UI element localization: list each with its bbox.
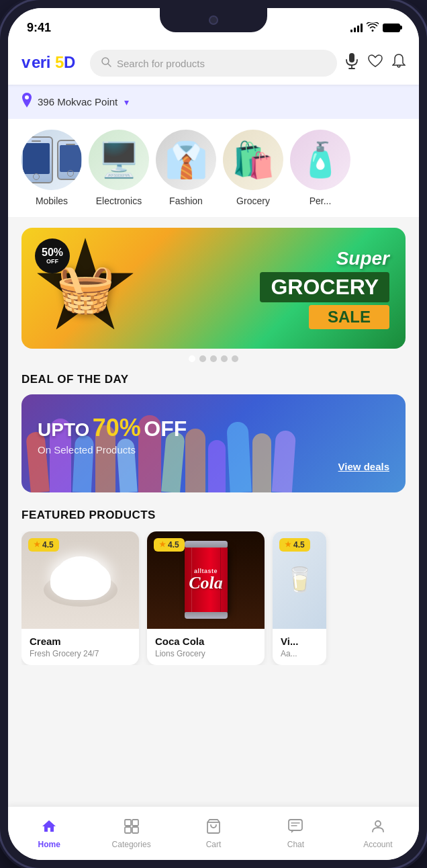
search-icon — [101, 56, 111, 70]
cola-info: Coca Cola Lions Grocery — [147, 629, 265, 665]
signal-bar-2 — [354, 28, 356, 32]
cola-rating: ★ 4.5 — [154, 538, 185, 552]
mic-icon[interactable] — [345, 53, 359, 73]
app-logo[interactable]: v eri 5 D — [21, 50, 82, 76]
banner-section: 🧺 50% OFF Super GROCERY SALE — [8, 217, 419, 373]
account-label: Account — [363, 840, 392, 849]
cream-info: Cream Fresh Grocery 24/7 — [21, 629, 139, 665]
categories-scroll[interactable]: Mobiles 🖥️ Electronics 👔 Fashion — [8, 130, 419, 206]
cart-label: Cart — [206, 840, 222, 849]
svg-text:5: 5 — [55, 53, 64, 71]
bell-icon[interactable] — [392, 54, 406, 73]
location-pin-icon — [21, 93, 32, 111]
product-card-vi[interactable]: 🥛 ★ 4.5 Vi... Aa... — [273, 531, 326, 665]
bottom-spacer — [8, 679, 419, 692]
nav-item-home[interactable]: Home — [8, 813, 90, 855]
category-label-perfume: Per... — [310, 196, 332, 206]
category-label-grocery: Grocery — [236, 196, 270, 206]
vi-store: Aa... — [281, 649, 318, 658]
product-card-cocacola[interactable]: alltaste Cola — [147, 531, 265, 665]
promo-banner[interactable]: 🧺 50% OFF Super GROCERY SALE — [21, 228, 406, 349]
product-card-cream[interactable]: ★ 4.5 Cream Fresh Grocery 24/7 — [21, 531, 139, 665]
svg-line-5 — [108, 64, 111, 67]
location-text: 396 Mokvac Point — [38, 96, 117, 107]
category-circle-perfume: 🧴 — [290, 130, 350, 190]
status-icons — [350, 22, 400, 34]
electronics-icon: 🖥️ — [98, 140, 140, 179]
cream-rating: ★ 4.5 — [28, 538, 59, 552]
featured-title: FEATURED PRODUCTS — [21, 509, 406, 522]
categories-section: Mobiles 🖥️ Electronics 👔 Fashion — [8, 119, 419, 217]
account-icon — [370, 818, 386, 837]
svg-rect-11 — [132, 820, 138, 826]
svg-point-9 — [25, 95, 29, 99]
mobile-graphic-2 — [57, 140, 82, 180]
view-deals-link[interactable]: View deals — [38, 461, 389, 472]
cola-name: Coca Cola — [155, 636, 256, 647]
heart-icon[interactable] — [368, 54, 383, 72]
category-circle-electronics: 🖥️ — [89, 130, 149, 190]
status-time: 9:41 — [27, 21, 51, 35]
category-item-grocery[interactable]: 🛍️ Grocery — [223, 130, 283, 206]
signal-bars — [350, 23, 363, 32]
content-scroll[interactable]: v eri 5 D Search for products — [8, 42, 419, 806]
banner-dot-5[interactable] — [232, 355, 238, 362]
deal-content: UPTO 70% OFF On Selected Products View d… — [38, 415, 389, 472]
star-icon-cola: ★ — [159, 540, 166, 549]
product-image-vi: 🥛 ★ 4.5 — [273, 531, 326, 629]
category-item-mobiles[interactable]: Mobiles — [21, 130, 82, 206]
svg-rect-15 — [289, 820, 302, 830]
category-label-electronics: Electronics — [96, 196, 142, 206]
featured-grid[interactable]: ★ 4.5 Cream Fresh Grocery 24/7 — [21, 531, 406, 665]
categories-icon — [124, 818, 140, 837]
svg-point-18 — [375, 821, 381, 826]
banner-dot-1[interactable] — [189, 355, 195, 362]
banner-dots — [21, 355, 406, 362]
search-bar[interactable]: Search for products — [90, 50, 337, 77]
product-image-cola: alltaste Cola — [147, 531, 265, 629]
phone-frame: 9:41 — [0, 0, 427, 868]
banner-dot-2[interactable] — [199, 355, 206, 362]
svg-rect-13 — [132, 827, 138, 833]
bottom-nav: Home Categories — [8, 806, 419, 860]
wifi-icon — [367, 22, 379, 34]
cola-store: Lions Grocery — [155, 649, 256, 658]
phone-screen: 9:41 — [8, 8, 419, 860]
nav-item-categories[interactable]: Categories — [90, 813, 172, 855]
banner-dot-3[interactable] — [210, 355, 217, 362]
deal-banner[interactable]: UPTO 70% OFF On Selected Products View d… — [21, 394, 406, 492]
product-image-cream: ★ 4.5 — [21, 531, 139, 629]
signal-bar-3 — [357, 26, 359, 32]
vi-info: Vi... Aa... — [273, 629, 326, 665]
category-circle-mobiles — [21, 130, 82, 190]
category-circle-grocery: 🛍️ — [223, 130, 283, 190]
vi-name: Vi... — [281, 636, 318, 647]
banner-text: Super GROCERY SALE — [260, 248, 389, 329]
location-bar[interactable]: 396 Mokvac Point ▾ — [8, 85, 419, 119]
nav-item-account[interactable]: Account — [337, 813, 419, 855]
banner-dot-4[interactable] — [221, 355, 228, 362]
nav-item-cart[interactable]: Cart — [173, 813, 254, 855]
star-icon-vi: ★ — [285, 540, 291, 549]
deal-offer-line: UPTO 70% OFF — [38, 415, 389, 441]
notch — [160, 8, 267, 32]
home-icon — [41, 818, 57, 837]
svg-rect-12 — [125, 827, 131, 833]
deal-title: DEAL OF THE DAY — [8, 373, 419, 386]
deal-section: DEAL OF THE DAY — [8, 373, 419, 509]
cart-icon — [205, 818, 222, 837]
category-item-fashion[interactable]: 👔 Fashion — [156, 130, 216, 206]
category-item-perfume[interactable]: 🧴 Per... — [290, 130, 350, 206]
category-label-fashion: Fashion — [169, 196, 203, 206]
vi-rating: ★ 4.5 — [279, 538, 310, 552]
svg-rect-10 — [125, 820, 131, 826]
perfume-icon: 🧴 — [299, 140, 341, 179]
nav-item-chat[interactable]: Chat — [254, 813, 336, 855]
location-chevron-icon[interactable]: ▾ — [124, 97, 129, 107]
cream-name: Cream — [30, 636, 131, 647]
category-item-electronics[interactable]: 🖥️ Electronics — [89, 130, 149, 206]
fashion-icon: 👔 — [164, 140, 208, 181]
search-placeholder: Search for products — [117, 58, 326, 69]
category-circle-fashion: 👔 — [156, 130, 216, 190]
svg-rect-6 — [349, 53, 354, 62]
